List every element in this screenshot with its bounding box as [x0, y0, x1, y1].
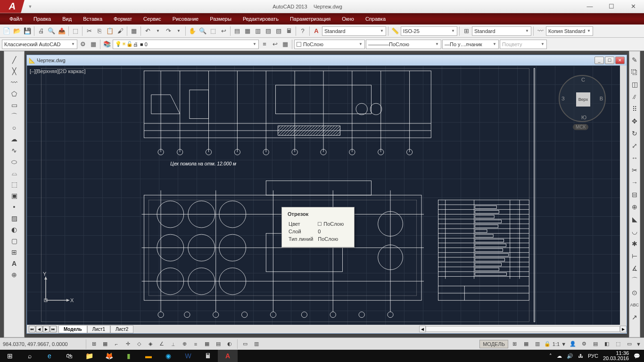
- app-menu-arrow[interactable]: ▼: [25, 4, 36, 9]
- firefox-icon[interactable]: 🦊: [99, 350, 119, 362]
- redo-icon[interactable]: ↷: [164, 26, 173, 36]
- linetype-dd[interactable]: ———— ПоСлою▼: [366, 40, 441, 49]
- search-icon[interactable]: ⌕: [20, 350, 40, 362]
- preview-icon[interactable]: 🔍: [47, 26, 56, 36]
- trim-icon[interactable]: ✂: [630, 165, 639, 175]
- model-icon[interactable]: ▭: [240, 339, 250, 349]
- tablestyle-icon[interactable]: ⊞: [462, 26, 471, 36]
- tab-last-icon[interactable]: ⏭: [50, 326, 57, 332]
- dimlin-icon[interactable]: ⊢: [630, 251, 639, 261]
- textstyle-icon[interactable]: A: [312, 26, 321, 36]
- stretch-icon[interactable]: ↔: [630, 153, 639, 163]
- viewcube-w[interactable]: З: [561, 96, 565, 101]
- menu-edit[interactable]: Правка: [28, 16, 57, 22]
- print-icon[interactable]: 🖨: [36, 26, 46, 36]
- copy-obj-icon[interactable]: ⿻: [630, 67, 639, 77]
- tray-up-icon[interactable]: ˄: [549, 353, 552, 359]
- scale-icon[interactable]: ⤢: [630, 141, 639, 150]
- dyn-icon[interactable]: ⊕: [180, 339, 189, 349]
- app3-icon[interactable]: ◉: [158, 350, 178, 362]
- grid2-icon[interactable]: ⊞: [510, 339, 520, 349]
- vscrollbar[interactable]: [620, 66, 627, 325]
- sc-icon[interactable]: ◐: [225, 339, 234, 349]
- layer-state-icon[interactable]: ≡: [260, 40, 269, 49]
- textstyle-dd[interactable]: Standard▼: [322, 26, 386, 36]
- qv1-icon[interactable]: ▦: [521, 339, 531, 349]
- mlstyle-dd[interactable]: Копия Standard▼: [546, 26, 593, 36]
- menu-tools[interactable]: Сервис: [138, 16, 167, 22]
- tray-net-icon[interactable]: 🖧: [578, 353, 583, 359]
- layer-dd[interactable]: 💡☀🔓🖨■ 0▼: [113, 40, 259, 49]
- tray-onedrive-icon[interactable]: ☁: [557, 353, 562, 359]
- revcloud-tool-icon[interactable]: ☁: [9, 134, 19, 144]
- publish-icon[interactable]: 📤: [57, 26, 66, 36]
- paste-icon[interactable]: 📋: [105, 26, 115, 36]
- undo-icon[interactable]: ↶: [143, 26, 152, 36]
- maximize-button[interactable]: ☐: [601, 0, 622, 13]
- hscroll-track[interactable]: [426, 326, 620, 332]
- menu-window[interactable]: Окно: [336, 16, 360, 22]
- dimarc-icon[interactable]: ⌒: [630, 276, 639, 285]
- open-icon[interactable]: 📂: [12, 26, 22, 36]
- dimtext-icon[interactable]: ABC: [630, 300, 639, 310]
- lweight-dd[interactable]: — По у…лчаник▼: [442, 40, 499, 49]
- perf-icon[interactable]: ▤: [591, 339, 600, 349]
- tp-icon[interactable]: ▥: [253, 26, 263, 36]
- spline-tool-icon[interactable]: ∿: [9, 146, 19, 155]
- qv2-icon[interactable]: ▥: [533, 339, 542, 349]
- 3dosnap-icon[interactable]: ◈: [146, 339, 155, 349]
- line-tool-icon[interactable]: ╱: [9, 55, 19, 65]
- tray-notif-icon[interactable]: 💬: [634, 353, 640, 359]
- lwt-icon[interactable]: ≡: [191, 339, 200, 349]
- store-icon[interactable]: 🛍: [59, 350, 79, 362]
- break-icon[interactable]: ⊟: [630, 190, 639, 199]
- pline-tool-icon[interactable]: 〰: [9, 78, 19, 87]
- join-icon[interactable]: ⊕: [630, 202, 639, 212]
- rect-tool-icon[interactable]: ▭: [9, 100, 19, 110]
- mirror-icon[interactable]: ◫: [630, 80, 639, 89]
- start-button[interactable]: ⊞: [0, 350, 20, 362]
- annoscale-icon[interactable]: 🔒: [544, 341, 551, 347]
- menu-help[interactable]: Справка: [360, 16, 391, 22]
- gradient-tool-icon[interactable]: ◐: [9, 225, 19, 234]
- arc-tool-icon[interactable]: ⌒: [9, 112, 19, 121]
- menu-parametric[interactable]: Параметризация: [284, 16, 336, 22]
- app-logo[interactable]: A: [0, 0, 25, 13]
- block-icon[interactable]: ▦: [129, 26, 139, 36]
- hscroll-right-icon[interactable]: ▶: [620, 326, 627, 332]
- workspace-dd[interactable]: Классический AutoCAD▼: [2, 40, 77, 49]
- viewcube-cs[interactable]: МСК: [573, 124, 588, 130]
- layer-iso-icon[interactable]: ▦: [281, 40, 290, 49]
- tab-layout2[interactable]: Лист2: [110, 325, 133, 333]
- tablestyle-dd[interactable]: Standard▼: [472, 26, 531, 36]
- mlstyle-icon[interactable]: 〰: [536, 26, 545, 36]
- autocad-task-icon[interactable]: A: [218, 350, 238, 362]
- grid-icon[interactable]: ▦: [100, 339, 110, 349]
- hscroll-left-icon[interactable]: ◀: [419, 326, 426, 332]
- viewcube-e[interactable]: В: [600, 96, 603, 101]
- viewcube-s[interactable]: Ю: [581, 115, 586, 120]
- rotate-icon[interactable]: ↻: [630, 129, 639, 138]
- new-icon[interactable]: 📄: [2, 26, 11, 36]
- extend-icon[interactable]: →: [630, 178, 639, 187]
- ortho-icon[interactable]: ⌐: [112, 339, 121, 349]
- tab-first-icon[interactable]: ⏮: [29, 326, 35, 332]
- clean-icon[interactable]: ▭: [625, 339, 634, 349]
- ducs-icon[interactable]: ⟂: [168, 339, 178, 349]
- menu-draw[interactable]: Рисование: [167, 16, 204, 22]
- redo-dd-icon[interactable]: ▼: [174, 26, 183, 36]
- tab-next-icon[interactable]: ▶: [43, 326, 50, 332]
- dimalign-icon[interactable]: ∡: [630, 263, 639, 273]
- edge-icon[interactable]: e: [40, 350, 59, 362]
- undo-dd-icon[interactable]: ▼: [153, 26, 163, 36]
- ellipse-tool-icon[interactable]: ⬭: [9, 157, 19, 166]
- ellipsearc-tool-icon[interactable]: ⌓: [9, 168, 19, 178]
- dc-icon[interactable]: ▦: [243, 26, 252, 36]
- doc-min-button[interactable]: _: [594, 57, 604, 64]
- qp-icon[interactable]: ▤: [214, 339, 223, 349]
- chamfer-icon[interactable]: ◣: [630, 214, 639, 224]
- doc-titlebar[interactable]: 📐 Чертеж.dwg _ ☐ ✕: [27, 55, 627, 66]
- doc-max-button[interactable]: ☐: [605, 57, 614, 64]
- explorer-icon[interactable]: 📁: [79, 350, 99, 362]
- calc-icon[interactable]: 🖩: [198, 350, 218, 362]
